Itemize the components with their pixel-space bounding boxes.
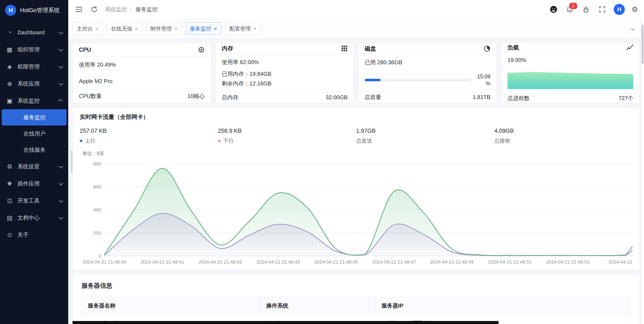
- chevron-up-icon: [58, 99, 62, 103]
- tab-config[interactable]: 配置管理 ×: [225, 22, 261, 35]
- sidebar-item-devtools[interactable]: ⊡ 开发工具: [0, 192, 68, 209]
- svg-text:2024-04-21 21:48:53: 2024-04-21 21:48:53: [546, 259, 590, 265]
- traffic-stats-row: 257.07 KB 上行 256.9 KB 下行 1.97GB 总发送 4.09…: [80, 128, 632, 144]
- sidebar-item-label: 组织管理: [18, 46, 55, 53]
- svg-text:2024-04-21 21:48:47: 2024-04-21 21:48:47: [372, 259, 416, 265]
- sidebar-item-org[interactable]: ▦ 组织管理: [0, 41, 68, 58]
- tab-online-recharge[interactable]: 在线充值 ×: [106, 22, 142, 35]
- disk-pie-icon: [484, 45, 490, 52]
- sidebar-item-permission[interactable]: ◈ 权限管理: [0, 58, 68, 75]
- document-icon: ▤: [6, 214, 13, 221]
- close-icon[interactable]: ×: [174, 26, 178, 31]
- svg-text:2024-04-21 21:48:42: 2024-04-21 21:48:42: [198, 259, 242, 265]
- sidebar-item-docs[interactable]: ▤ 文档中心: [0, 209, 68, 226]
- sidebar-subitem-label: 在线用户: [24, 130, 46, 137]
- lock-icon[interactable]: [581, 5, 591, 14]
- sidebar-item-label: 开发工具: [18, 197, 55, 204]
- cpu-card: CPU 使用率 20.49% Apple M2 Pro CPU数量 10核心: [72, 43, 211, 103]
- dashboard-icon: ◔: [6, 29, 13, 36]
- svg-text:2024-04-21 21:48:51: 2024-04-21 21:48:51: [488, 259, 532, 265]
- server-info-title: 服务器信息: [82, 281, 631, 290]
- shield-icon: ◈: [6, 63, 13, 70]
- tab-label: 主控台: [77, 25, 93, 32]
- disk-progress-track: [365, 79, 471, 81]
- clipped-dark-panel-edge: [72, 321, 498, 324]
- sidebar-subitem-label: 服务监控: [24, 114, 46, 121]
- refresh-icon[interactable]: [90, 5, 99, 14]
- collapse-sidebar-icon[interactable]: [74, 5, 84, 14]
- sidebar-item-plugins[interactable]: ❖ 插件应用: [0, 175, 68, 192]
- disk-progress-fill: [365, 79, 381, 81]
- disk-used-text: 已用 280.36GB: [365, 59, 490, 66]
- chevron-down-icon: [59, 64, 63, 69]
- close-icon[interactable]: ×: [95, 26, 98, 31]
- chevron-down-icon: [59, 164, 63, 168]
- tab-label: 附件管理: [150, 25, 172, 32]
- memory-footer-label: 总内存: [222, 94, 238, 101]
- tab-label: 在线充值: [111, 25, 132, 32]
- sidebar-item-system-app[interactable]: ⊕ 系统应用: [0, 75, 68, 92]
- memory-used-text: 已用内存：19.84GB: [222, 70, 348, 78]
- breadcrumb-current: 服务监控: [136, 6, 158, 13]
- sidebar-item-about[interactable]: ⊙ 关于: [0, 226, 68, 243]
- server-table: 服务器名称 操作系统 服务器IP mengshuaideMBP darwin 1…: [82, 297, 631, 324]
- sidebar-item-label: 关于: [18, 231, 62, 239]
- downstream-dot-icon: [218, 140, 220, 142]
- sidebar-item-label: 文档中心: [18, 214, 55, 222]
- user-avatar[interactable]: H: [614, 4, 625, 15]
- content-scrollbar-thumb[interactable]: [71, 150, 72, 173]
- memory-free-text: 剩余内存：12.16GB: [222, 80, 348, 87]
- sidebar-item-label: 系统设置: [18, 163, 55, 170]
- upstream-dot-icon: [80, 140, 82, 142]
- svg-text:2024-04-21 21:48:43: 2024-04-21 21:48:43: [256, 259, 300, 265]
- close-icon[interactable]: ×: [135, 26, 138, 31]
- traffic-stat-downstream: 256.9 KB 下行: [218, 128, 356, 144]
- close-icon[interactable]: ×: [253, 26, 256, 31]
- app-window: H HotGo管理系统 ◔ Dashboard ▦ 组织管理 ◈ 权限管理 ⊕ …: [0, 0, 644, 324]
- gear-icon: ⚙: [6, 163, 13, 170]
- app-logo[interactable]: H HotGo管理系统: [0, 0, 68, 21]
- tab-service-monitor[interactable]: 服务监控 ×: [186, 22, 221, 35]
- sidebar-subitem-online-services[interactable]: 在线服务: [2, 142, 66, 158]
- sidebar-menu: ◔ Dashboard ▦ 组织管理 ◈ 权限管理 ⊕ 系统应用 ▣ 系: [0, 21, 68, 324]
- cpu-footer-value: 10核心: [188, 92, 205, 100]
- chevron-down-icon: [630, 26, 635, 31]
- traffic-card-title: 实时网卡流量（全部网卡）: [80, 113, 632, 121]
- svg-text:2024-04-21 21:4: 2024-04-21 21:4: [608, 259, 632, 265]
- svg-text:0: 0: [98, 253, 101, 259]
- cpu-footer-label: CPU数量: [79, 92, 102, 100]
- page-scrollbar-track[interactable]: [640, 19, 644, 324]
- sidebar-subitem-online-users[interactable]: 在线用户: [2, 126, 66, 142]
- sidebar-item-settings[interactable]: ⚙ 系统设置: [0, 158, 68, 175]
- main-area: 系统监控 / 服务监控 1 H ⚙: [68, 0, 644, 324]
- chevron-down-icon: [59, 181, 63, 185]
- sidebar-item-label: Dashboard: [18, 29, 55, 36]
- breadcrumb-parent[interactable]: 系统监控: [105, 6, 127, 13]
- plugin-icon: ❖: [6, 180, 13, 187]
- sidebar-item-monitor[interactable]: ▣ 系统监控: [0, 92, 68, 109]
- column-header-server-name: 服务器名称: [82, 297, 260, 314]
- sidebar-item-label: 插件应用: [18, 180, 55, 187]
- sidebar-item-dashboard[interactable]: ◔ Dashboard: [0, 24, 68, 41]
- tab-label: 服务监控: [190, 25, 211, 32]
- disk-percent-text: 15.09 %: [475, 73, 490, 87]
- logo-icon: H: [5, 5, 16, 16]
- settings-gear-icon[interactable]: ⚙: [632, 6, 638, 13]
- memory-grid-icon: [341, 45, 348, 52]
- svg-text:2024-04-21 21:48:40: 2024-04-21 21:48:40: [83, 259, 126, 265]
- disk-progress: 15.09 %: [365, 73, 490, 87]
- tab-attachments[interactable]: 附件管理 ×: [146, 22, 182, 35]
- github-icon[interactable]: [549, 5, 558, 14]
- close-icon[interactable]: ×: [214, 26, 217, 31]
- memory-card: 内存 使用率 62.00% 已用内存：19.84GB 剩余内存：12.16GB …: [216, 43, 354, 103]
- tab-console[interactable]: 主控台 ×: [72, 22, 103, 35]
- notification-bell-icon[interactable]: 1: [565, 5, 574, 14]
- fullscreen-icon[interactable]: [598, 5, 607, 14]
- sidebar-subitem-service-monitor[interactable]: 服务监控: [2, 109, 66, 126]
- disk-footer-label: 总容量: [365, 94, 381, 101]
- sidebar: H HotGo管理系统 ◔ Dashboard ▦ 组织管理 ◈ 权限管理 ⊕ …: [0, 0, 68, 324]
- org-grid-icon: ▦: [6, 46, 13, 53]
- tab-list-dropdown[interactable]: [625, 23, 640, 35]
- header-actions: 1 H ⚙: [549, 4, 638, 15]
- page-scrollbar-thumb[interactable]: [642, 25, 644, 64]
